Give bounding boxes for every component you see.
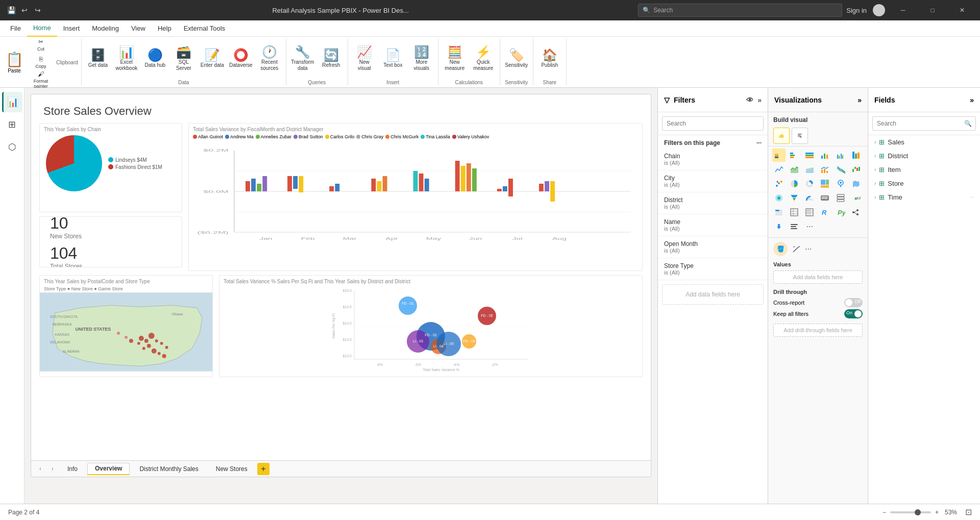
viz-icon-stacked-bar[interactable]: [772, 148, 786, 162]
zoom-slider[interactable]: [890, 511, 931, 513]
dataverse-button[interactable]: ⭕ Dataverse: [228, 41, 254, 77]
filters-section-menu[interactable]: ···: [756, 139, 762, 146]
bubble-chart-container[interactable]: Total Sales Variance % Sales Per Sq Ft a…: [219, 275, 643, 377]
viz-icon-gauge[interactable]: [803, 191, 816, 205]
viz-icon-column[interactable]: [818, 148, 831, 162]
filter-item-city[interactable]: City is (All): [658, 170, 768, 192]
viz-icon-stacked-area[interactable]: [803, 163, 816, 176]
filter-item-store-type[interactable]: Store Type is (All): [658, 258, 768, 280]
nav-model-icon[interactable]: ⬡: [2, 137, 22, 157]
viz-icon-scatter[interactable]: [772, 177, 786, 190]
filter-item-open-month[interactable]: Open Month is (All): [658, 236, 768, 258]
field-more-icon[interactable]: ···: [970, 194, 974, 200]
viz-icon-clustered-bar[interactable]: [788, 148, 801, 162]
sensitivity-button[interactable]: 🏷️ Sensitivity: [503, 41, 530, 77]
transform-data-button[interactable]: 🔧 Transform data: [289, 41, 316, 77]
viz-icon-filled-map[interactable]: [849, 177, 863, 190]
close-button[interactable]: ✕: [950, 0, 974, 20]
quick-measure-button[interactable]: ⚡ Quick measure: [470, 41, 497, 77]
field-district[interactable]: › ⊞ District: [868, 149, 980, 163]
filter-item-chain[interactable]: Chain is (All): [658, 148, 768, 170]
viz-icon-stacked-bar-100[interactable]: [803, 148, 816, 162]
fields-search-input[interactable]: [872, 116, 976, 131]
viz-icon-map[interactable]: [834, 177, 847, 190]
tab-prev-button[interactable]: ‹: [35, 464, 45, 474]
keep-filters-toggle[interactable]: On: [844, 309, 863, 318]
fit-page-button[interactable]: ⊡: [965, 507, 972, 517]
new-visual-button[interactable]: 📈 New visual: [351, 41, 378, 77]
copy-button[interactable]: ⎘ Copy: [28, 54, 54, 70]
nav-report-icon[interactable]: 📊: [2, 92, 22, 112]
paste-button[interactable]: 📋 Paste: [3, 49, 26, 76]
field-sales[interactable]: › ⊞ Sales: [868, 135, 980, 149]
viz-icon-funnel[interactable]: [788, 191, 801, 205]
recent-sources-button[interactable]: 🕐 Recent sources: [256, 41, 283, 77]
viz-icon-kpi[interactable]: ▲KPI: [849, 191, 863, 205]
viz-icon-decomp-tree[interactable]: [849, 206, 863, 219]
more-visuals-button[interactable]: 🔢 More visuals: [408, 41, 435, 77]
viz-more-icon[interactable]: ···: [805, 244, 812, 254]
viz-paint-bucket[interactable]: 🪣: [773, 242, 788, 256]
nav-table-icon[interactable]: ⊞: [2, 114, 22, 135]
global-search-box[interactable]: 🔍 Search: [638, 4, 842, 17]
viz-icon-python[interactable]: Py: [834, 206, 847, 219]
sql-server-button[interactable]: 🗃️ SQL Server: [170, 41, 197, 77]
menu-insert[interactable]: Insert: [57, 20, 86, 37]
fields-expand-icon[interactable]: »: [970, 96, 974, 104]
format-painter-button[interactable]: 🖌 Format painter: [28, 71, 54, 88]
minimize-button[interactable]: ─: [891, 0, 915, 20]
viz-icon-clustered-column[interactable]: [834, 148, 847, 162]
viz-icon-key-influencers[interactable]: [772, 220, 786, 233]
tab-overview[interactable]: Overview: [87, 463, 130, 475]
refresh-button[interactable]: 🔄 Refresh: [318, 41, 345, 77]
get-data-button[interactable]: 🗄️ Get data: [85, 41, 111, 77]
viz-icon-card[interactable]: 123: [818, 191, 831, 205]
viz-icon-line-clustered[interactable]: [818, 163, 831, 176]
menu-external-tools[interactable]: External Tools: [178, 20, 231, 37]
undo-icon[interactable]: ↩: [19, 5, 30, 15]
pie-chart-container[interactable]: This Year Sales by Chain Lindseys $4M Fa…: [39, 123, 182, 212]
viz-icon-more[interactable]: ···: [803, 220, 816, 233]
signin-label[interactable]: Sign in: [846, 7, 867, 14]
viz-icon-donut[interactable]: [803, 177, 816, 190]
cut-button[interactable]: ✂ Cut: [28, 37, 54, 53]
field-store[interactable]: › ⊞ Store: [868, 177, 980, 190]
bar-chart-container[interactable]: Total Sales Variance by FiscalMonth and …: [188, 123, 643, 271]
viz-icon-slicer[interactable]: [772, 206, 786, 219]
field-item[interactable]: › ⊞ Item: [868, 163, 980, 177]
map-container[interactable]: This Year Sales by PostalCode and Store …: [39, 275, 213, 377]
viz-expand-icon[interactable]: »: [857, 96, 862, 104]
tab-district-monthly-sales[interactable]: District Monthly Sales: [132, 463, 206, 475]
maximize-button[interactable]: □: [921, 0, 944, 20]
tab-next-button[interactable]: ›: [47, 464, 58, 474]
save-icon[interactable]: 💾: [6, 5, 16, 15]
text-box-button[interactable]: 📄 Text box: [380, 41, 406, 77]
filter-item-district[interactable]: District is (All): [658, 192, 768, 214]
viz-icon-table[interactable]: [788, 206, 801, 219]
viz-tab-format[interactable]: [792, 128, 808, 144]
zoom-out-button[interactable]: −: [883, 509, 886, 516]
kpi-container[interactable]: 10 New Stores 104 Total Stores: [39, 216, 182, 267]
viz-icon-smart-narrative[interactable]: [788, 220, 801, 233]
filters-eye-icon[interactable]: 👁: [746, 96, 753, 104]
menu-home[interactable]: Home: [27, 20, 57, 37]
menu-view[interactable]: View: [125, 20, 152, 37]
viz-icon-line[interactable]: [772, 163, 786, 176]
viz-icon-stacked-column-100[interactable]: [849, 148, 863, 162]
filter-item-name[interactable]: Name is (All): [658, 214, 768, 236]
viz-icon-multi-row-card[interactable]: [834, 191, 847, 205]
new-measure-button[interactable]: 🧮 New measure: [442, 41, 468, 77]
zoom-in-button[interactable]: +: [935, 509, 939, 516]
viz-icon-matrix[interactable]: [803, 206, 816, 219]
add-page-button[interactable]: +: [257, 463, 270, 475]
viz-icon-treemap[interactable]: [818, 177, 831, 190]
cross-report-toggle[interactable]: Off: [844, 298, 863, 307]
viz-icon-ribbon[interactable]: [834, 163, 847, 176]
viz-icon-waterfall[interactable]: [849, 163, 863, 176]
viz-icon-area[interactable]: [788, 163, 801, 176]
viz-icon-azure-map[interactable]: [772, 191, 786, 205]
viz-tab-chart[interactable]: [773, 128, 790, 144]
tab-info[interactable]: Info: [60, 463, 85, 475]
filters-expand-icon[interactable]: »: [757, 96, 762, 104]
viz-icon-r-visual[interactable]: R: [818, 206, 831, 219]
